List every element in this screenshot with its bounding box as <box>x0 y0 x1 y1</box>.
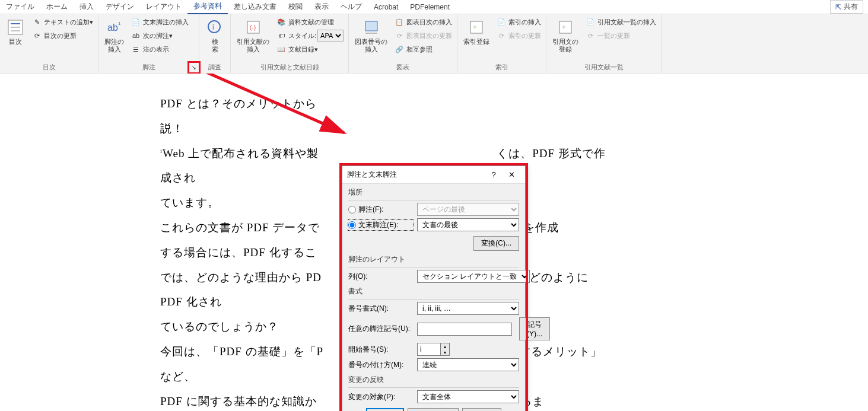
bibliography-label: 文献目録 <box>288 45 314 54</box>
style-icon: 🏷 <box>276 31 286 40</box>
menu-acrobat[interactable]: Acrobat <box>368 1 404 13</box>
radio-endnote[interactable]: 文末脚注(E): <box>348 220 414 230</box>
insert-citation-label: 引用文献の 挿入 <box>237 38 269 53</box>
citation-style-combo[interactable]: 🏷 スタイル: APA <box>274 29 346 42</box>
document-area[interactable]: PDF とは？そのメリットから説！ iWeb 上で配布される資料や製くは、PDF… <box>0 74 868 411</box>
cancel-button[interactable]: キャンセル <box>408 408 459 411</box>
svg-text:i: i <box>212 23 214 31</box>
spin-down[interactable]: ▾ <box>441 349 449 355</box>
doc-line: PDF とは？そのメリットから説！ <box>160 91 611 141</box>
custom-mark-label: 任意の脚注記号(U): <box>348 324 414 334</box>
columns-select[interactable]: セクション レイアウトと一致 <box>417 270 530 283</box>
mark-entry-button[interactable]: + 索引登録 <box>460 15 493 48</box>
symbol-button[interactable]: 記号(Y)... <box>519 317 550 340</box>
mark-citation-button[interactable]: + 引用文の 登録 <box>549 15 582 56</box>
insert-button[interactable]: 挿入(I) <box>366 408 403 411</box>
menu-insert[interactable]: 挿入 <box>74 0 100 14</box>
group-label-toc: 目次 <box>2 62 96 73</box>
endnote-position-select[interactable]: 文書の最後 <box>417 218 519 231</box>
dialog-close-button[interactable]: ✕ <box>503 167 520 183</box>
show-notes-icon: ☰ <box>131 44 141 54</box>
update-index-button: ⟳索引の更新 <box>494 29 543 42</box>
insert-tof-button[interactable]: 📋図表目次の挿入 <box>392 15 454 28</box>
group-label-authorities: 引用文献一覧 <box>549 62 659 73</box>
ribbon: 目次 ✎テキストの追加 ▾ ⟳目次の更新 目次 ab1 脚注の 挿入 📄文末脚注… <box>0 14 868 74</box>
apply-button: 適用(A) <box>462 408 501 411</box>
insert-citation-button[interactable]: (-) 引用文献の 挿入 <box>233 15 273 56</box>
group-label-captions: 図表 <box>351 62 454 73</box>
dialog-help-button[interactable]: ? <box>485 167 503 183</box>
insert-index-button[interactable]: 📄索引の挿入 <box>494 15 543 28</box>
update-tof-label: 図表目次の更新 <box>406 31 452 40</box>
style-select[interactable]: APA <box>317 30 344 42</box>
group-label-footnote: 脚注 <box>101 62 196 73</box>
share-button[interactable]: ⇱ 共有 <box>830 0 863 14</box>
footnote-position-select: ページの最後 <box>417 203 519 216</box>
share-label: 共有 <box>844 2 858 12</box>
manage-sources-icon: 📚 <box>276 17 286 27</box>
search-label: 検 索 <box>212 38 218 53</box>
add-text-button[interactable]: ✎テキストの追加 ▾ <box>30 15 96 28</box>
menu-layout[interactable]: レイアウト <box>140 0 187 14</box>
insert-endnote-button[interactable]: 📄文末脚注の挿入 <box>129 15 191 28</box>
footnote-icon: ab1 <box>105 18 124 37</box>
toc-button[interactable]: 目次 <box>2 15 28 48</box>
show-notes-button[interactable]: ☰注の表示 <box>129 43 191 56</box>
tof-icon: 📋 <box>395 17 404 27</box>
show-notes-label: 注の表示 <box>143 45 169 54</box>
start-at-input[interactable] <box>417 343 441 356</box>
start-at-spinner[interactable]: ▴▾ <box>417 343 450 356</box>
group-label-index: 索引 <box>460 62 543 73</box>
svg-text:+: + <box>473 23 477 31</box>
crossref-button[interactable]: 🔗相互参照 <box>392 43 454 56</box>
toc-icon <box>6 18 25 37</box>
search-icon: i <box>205 18 224 37</box>
update-index-icon: ⟳ <box>497 31 506 40</box>
crossref-icon: 🔗 <box>395 44 404 54</box>
bibliography-button[interactable]: 📖文献目録 ▾ <box>274 43 346 56</box>
update-index-label: 索引の更新 <box>508 31 541 40</box>
manage-sources-label: 資料文献の管理 <box>288 18 334 27</box>
insert-caption-label: 図表番号の 挿入 <box>355 38 387 53</box>
menu-view[interactable]: 表示 <box>309 0 335 14</box>
next-footnote-button[interactable]: ab次の脚注 ▾ <box>129 29 191 42</box>
menu-file[interactable]: ファイル <box>0 0 40 14</box>
menu-pdfelement[interactable]: PDFelement <box>404 1 456 13</box>
group-label-research: 調査 <box>202 62 228 73</box>
spin-up[interactable]: ▴ <box>441 343 449 349</box>
insert-toa-button[interactable]: 📄引用文献一覧の挿入 <box>583 15 659 28</box>
menu-mailings[interactable]: 差し込み文書 <box>228 0 282 14</box>
update-toa-icon: ⟳ <box>586 31 595 40</box>
citation-icon: (-) <box>244 18 263 37</box>
endnote-icon: 📄 <box>131 17 141 27</box>
menu-design[interactable]: デザイン <box>100 0 140 14</box>
bibliography-icon: 📖 <box>276 44 286 54</box>
apply-to-select[interactable]: 文書全体 <box>417 390 519 403</box>
svg-text:(-): (-) <box>250 24 256 31</box>
insert-caption-button[interactable]: 図表番号の 挿入 <box>351 15 391 56</box>
radio-endnote-label: 文末脚注(E): <box>358 220 398 230</box>
custom-mark-input[interactable] <box>417 323 512 336</box>
mark-citation-label: 引用文の 登録 <box>552 38 578 53</box>
footnote-dialog-launcher[interactable]: ↘ <box>187 61 201 74</box>
search-button[interactable]: i 検 索 <box>202 15 228 56</box>
update-toc-button[interactable]: ⟳目次の更新 <box>30 29 96 42</box>
menu-references[interactable]: 参考資料 <box>187 0 228 14</box>
section-apply: 変更の反映 <box>348 375 519 385</box>
next-footnote-icon: ab <box>131 31 141 40</box>
ribbon-group-captions: 図表番号の 挿入 📋図表目次の挿入 ⟳図表目次の更新 🔗相互参照 図表 <box>349 14 457 73</box>
manage-sources-button[interactable]: 📚資料文献の管理 <box>274 15 346 28</box>
number-format-select[interactable]: i, ii, iii, … <box>417 302 519 315</box>
radio-footnote[interactable]: 脚注(F): <box>348 205 414 215</box>
menu-help[interactable]: ヘルプ <box>335 0 368 14</box>
ribbon-group-index: + 索引登録 📄索引の挿入 ⟳索引の更新 索引 <box>457 14 546 73</box>
insert-footnote-button[interactable]: ab1 脚注の 挿入 <box>101 15 128 56</box>
convert-button[interactable]: 変換(C)... <box>473 236 519 251</box>
menu-review[interactable]: 校閲 <box>282 0 309 14</box>
update-toc-label: 目次の更新 <box>44 31 77 40</box>
insert-footnote-label: 脚注の 挿入 <box>104 38 124 53</box>
mark-entry-label: 索引登録 <box>463 38 489 46</box>
menu-home[interactable]: ホーム <box>40 0 74 14</box>
numbering-select[interactable]: 連続 <box>417 358 519 371</box>
number-format-label: 番号書式(N): <box>348 304 414 314</box>
